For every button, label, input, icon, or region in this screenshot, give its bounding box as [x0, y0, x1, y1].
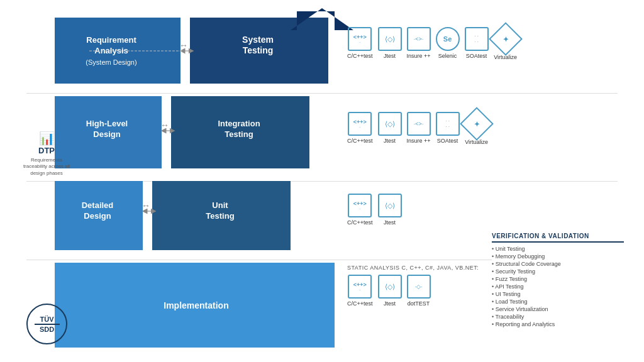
- vv-item-9: Service Virtualization: [492, 306, 624, 312]
- vv-item-6: API Testing: [492, 283, 624, 290]
- vv-item-8: Load Testing: [492, 299, 624, 305]
- tool-cpptest-sa: <++> · C/C++test: [347, 275, 373, 307]
- svg-text:Requirement: Requirement: [86, 35, 136, 45]
- svg-text:Analysis: Analysis: [94, 46, 128, 55]
- svg-text:Testing: Testing: [206, 211, 234, 221]
- tool-label: dotTEST: [408, 300, 430, 307]
- tool-soatest-sys: · ·· · SOAtest: [465, 27, 489, 59]
- vv-item-2: Memory Debugging: [492, 253, 624, 260]
- vv-item-11: Reporting and Analytics: [492, 321, 624, 327]
- tool-label: C/C++test: [347, 138, 373, 144]
- tool-label: SOAtest: [466, 53, 487, 59]
- svg-text:(System Design): (System Design): [86, 58, 136, 66]
- svg-text:↔: ↔: [179, 40, 188, 50]
- vv-item-4: Security Testing: [492, 268, 624, 275]
- tool-insure-int: ·<>· Insure ++: [407, 112, 431, 144]
- vv-item-10: Traceability: [492, 314, 624, 320]
- tool-label: Insure ++: [407, 138, 431, 144]
- tool-label: SOAtest: [437, 138, 458, 144]
- tool-label: Jtest: [384, 300, 396, 307]
- svg-text:Design: Design: [84, 211, 111, 221]
- tool-label: Jtest: [384, 138, 396, 144]
- tool-jtest-sys: ⟨◇⟩ Jtest: [378, 27, 402, 59]
- static-analysis-section: STATIC ANALYSIS C, C++, C#, JAVA, VB.NET…: [347, 265, 479, 307]
- tool-dottest-sa: ·◇· dotTEST: [407, 275, 431, 307]
- tuv-text: TÜV: [40, 315, 54, 323]
- tool-cpptest-sys: <++> · C/C++test: [347, 27, 373, 59]
- svg-text:Design: Design: [93, 129, 120, 139]
- vv-item-3: Structural Code Coverage: [492, 261, 624, 267]
- tool-selenic-sys: Se Selenic: [436, 27, 460, 59]
- svg-text:Integration: Integration: [218, 119, 260, 128]
- dtp-description: Requirements traceability across all des…: [23, 157, 70, 177]
- static-analysis-tools: <++> · C/C++test ⟨◇⟩ Jtest ·◇· dotTEST: [347, 275, 479, 307]
- tool-virtualize-sys: ✦ Virtualize: [494, 27, 518, 60]
- tool-label: Jtest: [384, 219, 396, 226]
- integration-testing-tools: <++> · C/C++test ⟨◇⟩ Jtest ·<>· Insure +…: [347, 112, 489, 145]
- static-analysis-header: STATIC ANALYSIS C, C++, C#, JAVA, VB.NET…: [347, 265, 479, 271]
- vv-box: VERIFICATION & VALIDATION Unit Testing M…: [492, 233, 624, 329]
- tool-jtest-unit: ⟨◇⟩ Jtest: [378, 194, 402, 226]
- tool-jtest-int: ⟨◇⟩ Jtest: [378, 112, 402, 144]
- dtp-icon: 📊: [39, 131, 55, 146]
- unit-testing-tools: <++> · C/C++test ⟨◇⟩ Jtest: [347, 194, 402, 226]
- svg-text:Implementation: Implementation: [164, 300, 228, 310]
- tool-label: C/C++test: [347, 53, 373, 59]
- dtp-brand: DTP: [38, 146, 55, 155]
- svg-text:System: System: [242, 35, 274, 45]
- dtp-section: 📊 DTP Requirements traceability across a…: [21, 131, 72, 177]
- tool-jtest-sa: ⟨◇⟩ Jtest: [378, 275, 402, 307]
- tool-soatest-int: · ·· · SOAtest: [436, 112, 460, 144]
- tool-cpptest-unit: <++> · C/C++test: [347, 194, 373, 226]
- diagram-area: Requirement Analysis (System Design) Hig…: [14, 8, 630, 354]
- svg-text:↔: ↔: [160, 120, 169, 130]
- system-testing-tools: <++> · C/C++test ⟨◇⟩ Jtest ·<>· Insure +…: [347, 27, 518, 60]
- svg-text:Testing: Testing: [225, 129, 253, 139]
- svg-text:High-Level: High-Level: [86, 119, 128, 128]
- vv-item-1: Unit Testing: [492, 246, 624, 252]
- vv-item-5: Fuzz Testing: [492, 276, 624, 282]
- tool-cpptest-int: <++> · C/C++test: [347, 112, 373, 144]
- tool-label: C/C++test: [347, 300, 373, 307]
- svg-text:Testing: Testing: [243, 45, 274, 55]
- svg-text:Detailed: Detailed: [82, 200, 114, 210]
- svg-text:↔: ↔: [142, 200, 150, 211]
- tool-label: C/C++test: [347, 219, 373, 226]
- svg-text:Unit: Unit: [212, 200, 228, 210]
- main-container: Requirement Analysis (System Design) Hig…: [0, 0, 644, 362]
- tool-virtualize-int: ✦ Virtualize: [465, 112, 489, 145]
- tool-insure-sys: ·<>· Insure ++: [407, 27, 431, 59]
- tuv-logo: TÜV SDD: [26, 304, 67, 344]
- tool-label: Insure ++: [407, 53, 431, 59]
- tool-label: Selenic: [438, 53, 457, 59]
- tool-label: Jtest: [384, 53, 396, 59]
- tuv-sdd: SDD: [40, 326, 54, 333]
- vv-title: VERIFICATION & VALIDATION: [492, 233, 624, 243]
- vv-item-7: UI Testing: [492, 291, 624, 297]
